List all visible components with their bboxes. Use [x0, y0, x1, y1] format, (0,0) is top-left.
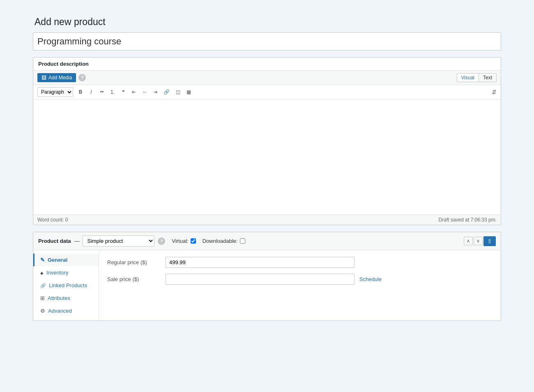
- blockquote-button[interactable]: ❝: [118, 88, 128, 97]
- main-container: Add new product Product description Add …: [33, 16, 501, 321]
- grid-icon: [40, 295, 45, 301]
- sidebar-item-inventory[interactable]: Inventory: [33, 266, 99, 279]
- downloadable-checkbox-group: Downloadable:: [203, 238, 245, 244]
- product-data-help-icon[interactable]: ?: [158, 238, 165, 245]
- regular-price-row: Regular price ($): [107, 257, 493, 268]
- align-right-button[interactable]: ⇥: [150, 88, 160, 97]
- downloadable-checkbox[interactable]: [240, 238, 245, 244]
- sale-price-row: Sale price ($) Schedule: [107, 274, 493, 285]
- align-center-button[interactable]: ↔: [140, 88, 150, 97]
- diamond-icon: [40, 270, 44, 276]
- italic-button[interactable]: I: [86, 88, 96, 97]
- add-media-button[interactable]: Add Media: [37, 73, 76, 82]
- scroll-down-button[interactable]: ∨: [474, 237, 483, 245]
- insert-link-button[interactable]: 🔗: [161, 88, 172, 97]
- formatting-toolbar: Paragraph Heading 1 Heading 2 Heading 3 …: [33, 85, 501, 99]
- collapse-button[interactable]: ⇧: [483, 236, 496, 246]
- sidebar-item-linked-products[interactable]: Linked Products: [33, 279, 99, 292]
- regular-price-label: Regular price ($): [107, 259, 161, 265]
- unordered-list-button[interactable]: ••: [97, 88, 107, 97]
- sale-price-input[interactable]: [166, 274, 354, 285]
- product-data-body: General Inventory Linked Products Attrib…: [33, 250, 501, 321]
- scroll-up-button[interactable]: ∧: [464, 237, 473, 245]
- sidebar-item-advanced[interactable]: Advanced: [33, 304, 99, 317]
- schedule-link[interactable]: Schedule: [359, 276, 382, 282]
- virtual-checkbox-group: Virtual:: [172, 238, 196, 244]
- product-data-sidebar: General Inventory Linked Products Attrib…: [33, 250, 99, 321]
- editor-top-toolbar: Add Media ? Visual Text: [33, 71, 501, 85]
- help-icon[interactable]: ?: [78, 74, 86, 81]
- sidebar-item-attributes[interactable]: Attributes: [33, 292, 99, 304]
- media-icon: [41, 75, 46, 81]
- attributes-nav-label: Attributes: [48, 295, 70, 301]
- paragraph-select[interactable]: Paragraph Heading 1 Heading 2 Heading 3: [37, 87, 73, 97]
- draft-saved: Draft saved at 7:06:33 pm.: [439, 217, 497, 223]
- virtual-label: Virtual:: [172, 238, 188, 244]
- downloadable-label: Downloadable:: [203, 238, 238, 244]
- product-data-separator: —: [74, 238, 79, 244]
- general-nav-label: General: [48, 257, 67, 263]
- virtual-checkbox[interactable]: [191, 238, 196, 244]
- sale-price-label: Sale price ($): [107, 276, 161, 282]
- description-header: Product description: [33, 58, 501, 71]
- product-type-select[interactable]: Simple product Grouped product External/…: [83, 235, 154, 247]
- product-data-general-content: Regular price ($) Sale price ($) Schedul…: [99, 250, 501, 321]
- product-data-header: Product data — Simple product Grouped pr…: [33, 232, 501, 250]
- editor-footer: Word count: 0 Draft saved at 7:06:33 pm.: [33, 214, 501, 225]
- product-title-input[interactable]: [33, 32, 501, 51]
- product-data-controls: ∧ ∨ ⇧: [464, 236, 496, 246]
- product-data-label: Product data: [38, 238, 71, 244]
- inventory-nav-label: Inventory: [46, 270, 68, 276]
- bold-button[interactable]: B: [76, 88, 85, 97]
- advanced-nav-label: Advanced: [48, 308, 72, 314]
- page-title: Add new product: [33, 16, 501, 28]
- regular-price-input[interactable]: [166, 257, 354, 268]
- link-icon: [40, 282, 46, 288]
- gear-icon: [40, 308, 45, 314]
- product-data-box: Product data — Simple product Grouped pr…: [33, 232, 501, 321]
- insert-table-button[interactable]: ◫: [173, 88, 183, 97]
- pencil-icon: [40, 257, 45, 263]
- visual-tab[interactable]: Visual: [457, 74, 479, 82]
- sidebar-item-general[interactable]: General: [33, 254, 99, 266]
- editor-content-area[interactable]: [33, 99, 501, 214]
- word-count: Word count: 0: [37, 217, 68, 223]
- expand-editor-button[interactable]: ⇵: [492, 89, 497, 95]
- linked-products-nav-label: Linked Products: [49, 282, 87, 288]
- visual-text-tab-group: Visual Text: [457, 73, 497, 82]
- text-tab[interactable]: Text: [479, 74, 496, 82]
- product-description-box: Product description Add Media ? Visual T…: [33, 57, 501, 225]
- align-left-button[interactable]: ⇤: [129, 88, 139, 97]
- fullscreen-button[interactable]: ▦: [184, 88, 193, 97]
- ordered-list-button[interactable]: 1.: [108, 88, 117, 97]
